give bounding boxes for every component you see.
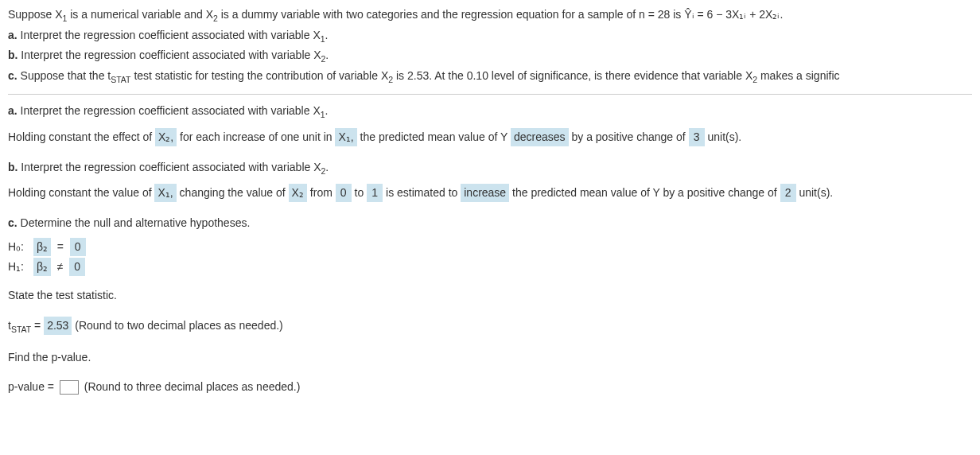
regression-equation: Ŷᵢ = 6 − 3X₁ᵢ + 2X₂ᵢ. [684,8,783,21]
state-test-statistic-label: State the test statistic. [8,287,972,304]
answer-dropdown[interactable]: increase [461,184,509,202]
item-label: b. [8,49,18,61]
answer-input[interactable]: 3 [689,128,705,146]
heading-label: b. [8,161,18,173]
item-label: a. [8,29,18,41]
question-a: a. Interpret the regression coefficient … [8,27,972,46]
text: is a numerical variable and X [67,8,213,21]
text: test statistic for testing the contribut… [131,69,389,82]
answer-dropdown[interactable]: X₁, [335,128,356,146]
text: Interpret the regression coefficient ass… [21,29,321,41]
part-a-answer-sentence: Holding constant the effect of X₂, for e… [8,128,972,146]
text: Interpret the regression coefficient ass… [18,104,321,117]
text: changing the value of [180,186,289,199]
part-b-answer-sentence: Holding constant the value of X₁, changi… [8,184,972,202]
tstat-row: tSTAT = 2.53 (Round to two decimal place… [8,317,972,336]
text: makes a signific [757,69,839,82]
text: for each increase of one unit in [180,130,335,143]
text: the predicted mean value of Y by a posit… [512,186,780,199]
intro-text: Suppose X1 is a numerical variable and X… [8,8,783,21]
text: unit(s). [707,130,741,143]
text: Holding constant the value of [8,186,154,199]
text: the predicted mean value of Y [360,130,511,143]
text: Interpret the regression coefficient ass… [21,49,321,61]
answer-input[interactable]: 1 [367,184,383,202]
answer-dropdown[interactable]: decreases [511,128,569,146]
rounding-hint: (Round to two decimal places as needed.) [75,319,282,332]
text: Holding constant the effect of [8,130,155,143]
subscript: STAT [11,325,31,334]
part-c-section: c. Determine the null and alternative hy… [8,215,972,395]
h0-label: H₀: [8,239,30,255]
heading-label: a. [8,104,18,117]
text: Suppose X [8,8,63,21]
text: . [325,104,329,117]
text: is estimated to [386,186,461,199]
text: to [355,186,368,199]
question-b: b. Interpret the regression coefficient … [8,47,972,66]
answer-input[interactable]: 0 [69,258,85,276]
subscript: STAT [111,74,130,84]
pvalue-input[interactable] [60,380,79,395]
answer-dropdown[interactable]: X₂ [289,184,307,202]
answer-dropdown[interactable]: X₂, [155,128,177,146]
text: unit(s). [799,186,833,199]
part-c-heading: c. Determine the null and alternative hy… [8,215,972,231]
item-label: c. [8,69,18,82]
problem-statement: Suppose X1 is a numerical variable and X… [8,6,972,86]
operator: = [57,240,64,253]
h1-label: H₁: [8,259,30,275]
rounding-hint: (Round to three decimal places as needed… [84,380,301,393]
answer-dropdown[interactable]: β₂ [33,238,51,256]
text: = [31,319,44,332]
tstat-input[interactable]: 2.53 [44,317,72,335]
text: by a positive change of [571,130,688,143]
pvalue-row: p-value = (Round to three decimal places… [8,379,972,395]
section-divider [8,94,972,95]
answer-input[interactable]: 2 [780,184,796,202]
text: Determine the null and alternative hypot… [18,216,251,229]
part-a-section: a. Interpret the regression coefficient … [8,103,972,146]
text: . [325,49,329,61]
text: . [325,29,329,41]
find-pvalue-label: Find the p-value. [8,349,972,366]
text: Suppose that the t [21,69,111,82]
hypotheses-block: H₀: β₂ = 0 H₁: β₂ ≠ 0 [8,238,972,276]
alt-hypothesis-row: H₁: β₂ ≠ 0 [8,258,972,276]
question-c: c. Suppose that the tSTAT test statistic… [8,68,972,87]
text: from [310,186,336,199]
null-hypothesis-row: H₀: β₂ = 0 [8,238,972,256]
text: is a dummy variable with two categories … [218,8,684,21]
answer-input[interactable]: 0 [70,238,86,256]
text: . [325,161,329,173]
answer-dropdown[interactable]: β₂ [33,258,51,276]
answer-dropdown[interactable]: X₁, [154,184,176,202]
text: p-value = [8,380,57,393]
text: is 2.53. At the 0.10 level of significan… [393,69,752,82]
part-b-section: b. Interpret the regression coefficient … [8,159,972,203]
part-a-heading: a. Interpret the regression coefficient … [8,103,972,122]
part-b-heading: b. Interpret the regression coefficient … [8,159,972,178]
operator: ≠ [57,260,64,273]
heading-label: c. [8,216,18,229]
text: Interpret the regression coefficient ass… [18,161,321,173]
answer-input[interactable]: 0 [336,184,352,202]
